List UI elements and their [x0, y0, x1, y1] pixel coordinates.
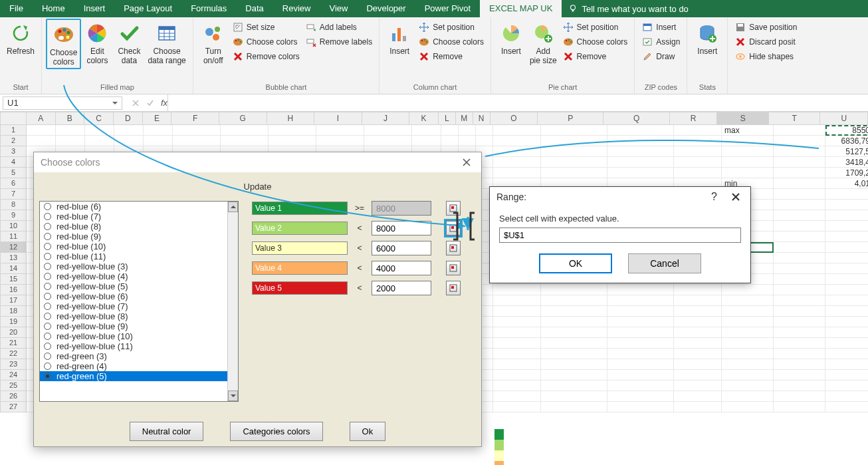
cell-Q21[interactable] — [607, 338, 674, 349]
cell-O27[interactable] — [493, 402, 541, 412]
dialog-ok-button[interactable]: Ok — [350, 422, 386, 441]
color-scheme-option[interactable]: red-yellow-blue (9) — [40, 321, 238, 331]
range-close-button[interactable] — [728, 189, 744, 205]
cell-O23[interactable] — [493, 359, 541, 370]
row-header-13[interactable]: 13 — [0, 253, 27, 263]
cell-S27[interactable] — [722, 402, 774, 412]
row-header-7[interactable]: 7 — [0, 189, 27, 200]
cell-P4[interactable] — [541, 157, 607, 168]
categories-colors-button[interactable]: Categories colors — [230, 422, 322, 441]
cell-R20[interactable] — [674, 327, 722, 338]
choose-colors-button[interactable]: Choose colors — [46, 19, 81, 69]
col-header-C[interactable]: C — [84, 112, 114, 125]
neutral-color-button[interactable]: Neutral color — [130, 422, 204, 441]
cell-T12[interactable] — [774, 242, 825, 253]
cell-P5[interactable] — [541, 168, 607, 178]
color-scheme-option[interactable]: red-green (4) — [40, 361, 238, 371]
cell-U4[interactable]: 3418,4 — [825, 157, 868, 168]
formula-input[interactable] — [167, 94, 868, 111]
column-remove-button[interactable]: Remove — [415, 49, 487, 64]
cell-Q19[interactable] — [607, 317, 674, 327]
cell-G2[interactable] — [221, 136, 269, 146]
row-header-3[interactable]: 3 — [0, 146, 27, 157]
row-header-25[interactable]: 25 — [0, 381, 27, 391]
cell-U18[interactable] — [825, 306, 868, 317]
cell-O2[interactable] — [493, 136, 541, 146]
cell-U2[interactable]: 6836,79 — [825, 136, 868, 146]
cell-O25[interactable] — [493, 381, 541, 391]
cell-U25[interactable] — [825, 381, 868, 391]
cell-M2[interactable] — [459, 136, 476, 146]
cell-R1[interactable] — [674, 125, 722, 136]
col-header-Q[interactable]: Q — [603, 112, 669, 125]
range-input[interactable] — [499, 228, 741, 243]
cell-G1[interactable] — [221, 125, 269, 136]
cell-O19[interactable] — [493, 317, 541, 327]
tab-formulas[interactable]: Formulas — [181, 0, 236, 17]
pie-add-size-button[interactable]: Add pie size — [527, 19, 560, 67]
tab-view[interactable]: View — [320, 0, 357, 17]
cell-S1[interactable]: max — [722, 125, 774, 136]
color-scheme-option[interactable]: red-yellow-blue (6) — [40, 291, 238, 301]
col-header-S[interactable]: S — [717, 112, 769, 125]
col-header-E[interactable]: E — [143, 112, 172, 125]
color-scheme-option[interactable]: red-blue (7) — [40, 212, 238, 222]
cell-T3[interactable] — [774, 146, 825, 157]
row-header-19[interactable]: 19 — [0, 317, 27, 327]
listbox-scrollbar[interactable] — [227, 202, 238, 401]
cell-J1[interactable] — [364, 125, 412, 136]
pie-position-button[interactable]: Set position — [560, 20, 631, 35]
cell-T4[interactable] — [774, 157, 825, 168]
color-scheme-option[interactable]: red-green (5) — [40, 371, 238, 381]
cell-R3[interactable] — [674, 146, 722, 157]
cell-U15[interactable] — [825, 274, 868, 285]
cell-R26[interactable] — [674, 391, 722, 402]
cell-U13[interactable] — [825, 253, 868, 263]
cell-T16[interactable] — [774, 285, 825, 295]
row-header-18[interactable]: 18 — [0, 306, 27, 317]
range-ok-button[interactable]: OK — [539, 253, 612, 273]
cell-S22[interactable] — [722, 349, 774, 359]
cell-U19[interactable] — [825, 317, 868, 327]
col-header-A[interactable]: A — [27, 112, 56, 125]
cell-U23[interactable] — [825, 359, 868, 370]
cell-Q18[interactable] — [607, 306, 674, 317]
color-scheme-listbox[interactable]: red-blue (6)red-blue (7)red-blue (8)red-… — [39, 201, 239, 402]
shapes-discard-button[interactable]: Discard posit — [732, 35, 800, 49]
cell-T6[interactable] — [774, 178, 825, 189]
cell-R4[interactable] — [674, 157, 722, 168]
cell-U9[interactable] — [825, 210, 868, 221]
cell-S21[interactable] — [722, 338, 774, 349]
col-header-L[interactable]: L — [439, 112, 456, 125]
cell-R27[interactable] — [674, 402, 722, 412]
cell-R19[interactable] — [674, 317, 722, 327]
row-header-22[interactable]: 22 — [0, 349, 27, 359]
dropdown-icon[interactable] — [112, 100, 118, 106]
cell-P27[interactable] — [541, 402, 607, 412]
cell-S2[interactable] — [722, 136, 774, 146]
bubble-remove-colors-button[interactable]: Remove colors — [229, 49, 302, 64]
color-scheme-option[interactable]: red-blue (11) — [40, 251, 238, 261]
color-scheme-option[interactable]: red-yellow-blue (3) — [40, 261, 238, 271]
threshold-input[interactable] — [372, 241, 431, 255]
cell-O4[interactable] — [493, 157, 541, 168]
cell-R22[interactable] — [674, 349, 722, 359]
cell-S16[interactable] — [722, 285, 774, 295]
cell-E2[interactable] — [144, 136, 173, 146]
cell-U12[interactable] — [825, 242, 868, 253]
cell-M1[interactable] — [459, 125, 476, 136]
cell-T22[interactable] — [774, 349, 825, 359]
row-header-14[interactable]: 14 — [0, 263, 27, 274]
cell-U6[interactable]: 4,01 — [825, 178, 868, 189]
color-scheme-option[interactable]: red-blue (9) — [40, 232, 238, 241]
cell-Q23[interactable] — [607, 359, 674, 370]
col-header-T[interactable]: T — [769, 112, 821, 125]
cell-I1[interactable] — [316, 125, 364, 136]
cell-U17[interactable] — [825, 295, 868, 306]
col-header-N[interactable]: N — [473, 112, 490, 125]
col-header-O[interactable]: O — [490, 112, 538, 125]
cell-T2[interactable] — [774, 136, 825, 146]
bubble-add-labels-button[interactable]: Add labels — [302, 20, 375, 35]
cell-U27[interactable] — [825, 402, 868, 412]
tab-page-layout[interactable]: Page Layout — [114, 0, 181, 17]
